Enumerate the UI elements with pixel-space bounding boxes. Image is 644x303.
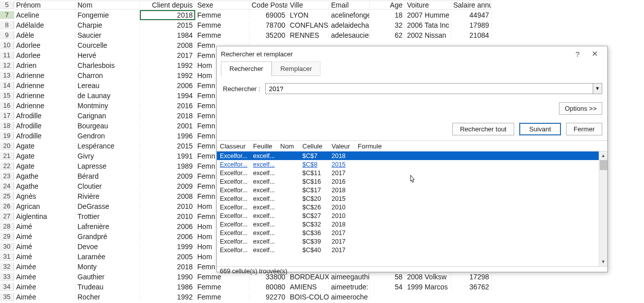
cell[interactable]: Rocher bbox=[75, 293, 140, 301]
search-input[interactable] bbox=[266, 84, 593, 94]
cell[interactable]: 2010 bbox=[140, 202, 195, 210]
cell[interactable]: 1999 Marcos bbox=[405, 283, 451, 291]
cell[interactable]: Grandpré bbox=[75, 233, 140, 241]
cell[interactable]: Femme bbox=[195, 293, 250, 301]
cell[interactable]: Courcelle bbox=[75, 41, 140, 49]
row-header[interactable]: 33 bbox=[0, 273, 14, 281]
cell[interactable]: 2001 bbox=[140, 122, 195, 130]
tab-search[interactable]: Rechercher bbox=[221, 61, 272, 76]
find-next-button[interactable]: Suivant bbox=[519, 123, 561, 135]
cell[interactable]: Agrican bbox=[14, 202, 75, 210]
column-header[interactable]: Salaire annuel bbox=[451, 1, 492, 10]
row-header[interactable]: 8 bbox=[0, 21, 14, 29]
cell[interactable]: 44947 bbox=[451, 11, 492, 19]
cell[interactable]: Adorlee bbox=[14, 41, 75, 49]
row-header[interactable]: 12 bbox=[0, 61, 14, 69]
cell[interactable]: Rivière bbox=[75, 192, 140, 200]
cell[interactable]: Lereau bbox=[75, 82, 140, 90]
cell[interactable]: Lapresse bbox=[75, 162, 140, 170]
cell[interactable]: 35200 bbox=[250, 31, 288, 39]
cell[interactable]: Adorlee bbox=[14, 51, 75, 59]
tab-replace[interactable]: Remplacer bbox=[272, 61, 320, 76]
col-classeur[interactable]: Classeur bbox=[217, 142, 250, 150]
dropdown-icon[interactable]: ▼ bbox=[593, 84, 602, 94]
cell[interactable]: AMIENS bbox=[288, 283, 329, 291]
row-header[interactable]: 29 bbox=[0, 233, 14, 241]
result-row[interactable]: Excelfor...excelf...$C$392017 bbox=[217, 237, 607, 246]
options-button[interactable]: Options >> bbox=[559, 102, 602, 115]
cell[interactable]: Hervé bbox=[75, 51, 140, 59]
cell[interactable]: adelesaucier bbox=[329, 31, 370, 39]
row-header[interactable]: 27 bbox=[0, 212, 14, 220]
cell[interactable]: Montminy bbox=[75, 102, 140, 110]
cell[interactable]: 2017 bbox=[140, 51, 195, 59]
cell[interactable]: Adélaïde bbox=[14, 21, 75, 29]
col-feuille[interactable]: Feuille bbox=[250, 142, 277, 150]
cell[interactable]: 2006 bbox=[140, 82, 195, 90]
cell[interactable]: 2009 bbox=[140, 182, 195, 190]
column-header[interactable]: Voiture bbox=[405, 1, 451, 10]
column-header[interactable]: Email bbox=[329, 1, 370, 10]
cell[interactable]: Aimée bbox=[14, 293, 75, 301]
col-formule[interactable]: Formule bbox=[355, 142, 390, 150]
cell[interactable]: Adrienne bbox=[14, 102, 75, 110]
cell[interactable]: Afrodille bbox=[14, 122, 75, 130]
cell[interactable]: 2010 bbox=[140, 212, 195, 220]
cell[interactable]: BOIS-COLOM bbox=[288, 293, 329, 301]
cell[interactable]: 92270 bbox=[250, 293, 288, 301]
result-row[interactable]: Excelfor...excelf...$C$202015 bbox=[217, 194, 607, 203]
cell[interactable]: Agnès bbox=[14, 192, 75, 200]
row-header[interactable]: 21 bbox=[0, 152, 14, 160]
cell[interactable]: Agate bbox=[14, 162, 75, 170]
cell[interactable]: 2006 bbox=[140, 222, 195, 231]
cell[interactable]: RENNES bbox=[288, 31, 329, 39]
cell[interactable]: Fongemie bbox=[75, 11, 140, 19]
cell[interactable]: Afrodille bbox=[14, 132, 75, 140]
column-header[interactable]: Prénom bbox=[14, 1, 75, 10]
col-valeur[interactable]: Valeur bbox=[329, 142, 355, 150]
cell[interactable]: Adrienne bbox=[14, 71, 75, 80]
cell[interactable]: 2016 bbox=[140, 102, 195, 110]
cell[interactable]: DeGrasse bbox=[75, 202, 140, 210]
cell[interactable]: 21084 bbox=[451, 31, 492, 39]
cell[interactable]: Saucier bbox=[75, 31, 140, 39]
row-header[interactable]: 24 bbox=[0, 182, 14, 190]
row-header[interactable]: 26 bbox=[0, 202, 14, 210]
cell[interactable]: Agathe bbox=[14, 182, 75, 190]
scroll-thumb[interactable] bbox=[600, 160, 607, 170]
cell[interactable]: 1992 bbox=[140, 61, 195, 69]
cell[interactable]: 32 bbox=[370, 21, 405, 29]
cell[interactable]: 17989 bbox=[451, 21, 492, 29]
column-header[interactable]: Client depuis bbox=[140, 1, 195, 10]
row-header[interactable]: 11 bbox=[0, 51, 14, 59]
row-header[interactable]: 14 bbox=[0, 82, 14, 90]
cell[interactable]: Gauthier bbox=[75, 273, 140, 281]
cell[interactable]: Bérard bbox=[75, 172, 140, 180]
result-row[interactable]: Excelfor...excelf...$C$82015 bbox=[217, 160, 607, 169]
cell[interactable]: Aceline bbox=[14, 11, 75, 19]
help-icon[interactable]: ? bbox=[569, 50, 586, 58]
find-all-button[interactable]: Rechercher tout bbox=[452, 123, 514, 135]
cell[interactable]: Carignan bbox=[75, 112, 140, 120]
cell[interactable]: 1992 bbox=[140, 71, 195, 80]
cell[interactable]: 62 bbox=[370, 31, 405, 39]
cell[interactable]: 1989 bbox=[140, 162, 195, 170]
result-row[interactable]: Excelfor...excelf...$C$322018 bbox=[217, 220, 607, 229]
col-cellule[interactable]: Cellule bbox=[299, 142, 329, 150]
result-row[interactable]: Excelfor...excelf...$C$402017 bbox=[217, 246, 607, 254]
row-header[interactable]: 16 bbox=[0, 102, 14, 110]
cell[interactable]: adelaidechai bbox=[329, 21, 370, 29]
cell[interactable]: 1990 bbox=[140, 273, 195, 281]
cell[interactable]: Trudeau bbox=[75, 283, 140, 291]
cell[interactable]: 2006 Tata Inc bbox=[405, 21, 451, 29]
cell[interactable]: 2018 bbox=[140, 112, 195, 120]
col-nom[interactable]: Nom bbox=[277, 142, 299, 150]
cell[interactable]: CONFLANS-S bbox=[288, 21, 329, 29]
row-header[interactable]: 34 bbox=[0, 283, 14, 291]
cell[interactable]: Gendron bbox=[75, 132, 140, 140]
cell[interactable]: 2006 bbox=[140, 233, 195, 241]
result-row[interactable]: Excelfor...excelf...$C$172018 bbox=[217, 186, 607, 194]
cell[interactable]: 1994 bbox=[140, 92, 195, 100]
cell[interactable]: 1999 bbox=[140, 243, 195, 251]
cell[interactable]: 2009 bbox=[140, 172, 195, 180]
